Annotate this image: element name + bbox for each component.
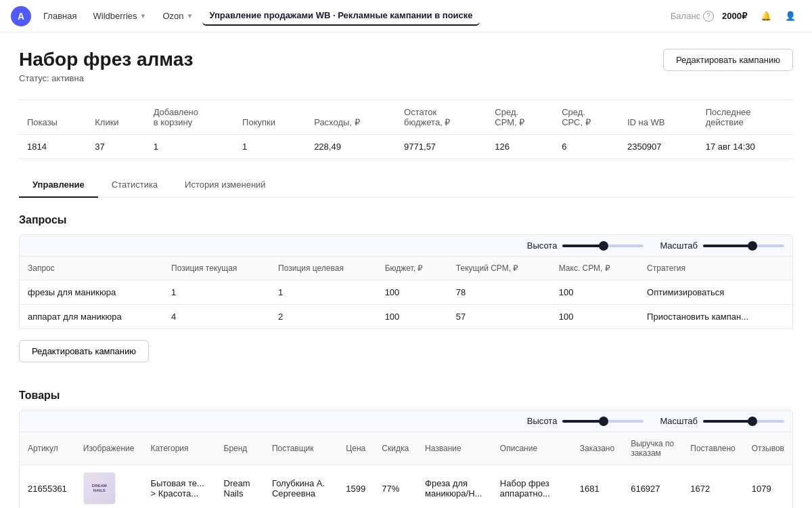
product-article: 21655361 — [20, 465, 75, 509]
tab-bar: Управление Статистика История изменений — [19, 173, 793, 198]
products-scale-slider-group: Масштаб — [660, 416, 784, 426]
query-pos-target: 2 — [270, 305, 377, 329]
val-avg-cpm: 126 — [487, 135, 554, 159]
page-title: Набор фрез алмаз — [19, 49, 193, 70]
pcol-reviews: Отзывов — [744, 432, 793, 465]
notifications-bell-icon[interactable]: 🔔 — [755, 5, 777, 27]
col-id-wb: ID на WB — [619, 100, 698, 135]
col-cart: Добавленов корзину — [145, 100, 234, 135]
tab-management[interactable]: Управление — [19, 173, 98, 198]
product-price: 1599 — [338, 465, 374, 509]
product-name: Фреза для маникюра/Н... — [417, 465, 492, 509]
qcol-strategy: Стратегия — [639, 257, 792, 280]
query-strategy: Приостановить кампан... — [639, 305, 792, 329]
col-purchases: Покупки — [234, 100, 306, 135]
qcol-query: Запрос — [20, 257, 164, 280]
tab-statistics[interactable]: Статистика — [98, 173, 171, 198]
col-avg-cpc: Сред.СРС, ₽ — [554, 100, 619, 135]
product-row: 21655361 DREAM NAILS Бытовая те... > Кра… — [20, 465, 793, 509]
page-status: Статус: активна — [19, 73, 193, 83]
val-avg-cpc: 6 — [554, 135, 619, 159]
nav-home[interactable]: Главная — [37, 7, 83, 25]
stats-table: Показы Клики Добавленов корзину Покупки … — [19, 100, 793, 159]
col-shows: Показы — [19, 100, 87, 135]
products-height-slider-group: Высота — [527, 416, 644, 426]
nav-breadcrumb: Управление продажами WB · Рекламные камп… — [202, 6, 479, 26]
val-id-wb: 2350907 — [619, 135, 698, 159]
val-budget-left: 9771,57 — [396, 135, 487, 159]
main-content: Набор фрез алмаз Статус: активна Редакти… — [0, 33, 812, 508]
balance-display: Баланс ? — [671, 11, 714, 22]
products-header-row: Артикул Изображение Категория Бренд Пост… — [20, 432, 793, 465]
col-expenses: Расходы, ₽ — [306, 100, 396, 135]
nav-wildberries[interactable]: Wildberries ▼ — [86, 7, 153, 25]
query-cpm-max: 100 — [551, 305, 639, 329]
query-pos-current: 1 — [163, 280, 270, 305]
pcol-description: Описание — [492, 432, 572, 465]
user-profile-icon[interactable]: 👤 — [780, 5, 801, 27]
qcol-cpm-current: Текущий СРМ, ₽ — [448, 257, 551, 280]
val-last-action: 17 авг 14:30 — [698, 135, 793, 159]
stats-header-row: Показы Клики Добавленов корзину Покупки … — [19, 100, 793, 135]
queries-table: Запрос Позиция текущая Позиция целевая Б… — [19, 256, 793, 329]
product-description: Набор фрез аппаратно... — [492, 465, 572, 509]
pcol-ordered: Заказано — [572, 432, 623, 465]
val-clicks: 37 — [87, 135, 145, 159]
qcol-cpm-max: Макс. СРМ, ₽ — [551, 257, 639, 280]
nav-ozon[interactable]: Ozon ▼ — [156, 7, 200, 25]
products-section-title: Товары — [19, 389, 793, 402]
query-name: фрезы для маникюра — [20, 280, 164, 305]
products-height-slider[interactable] — [562, 420, 644, 423]
product-thumbnail: DREAM NAILS — [83, 472, 116, 505]
pcol-article: Артикул — [20, 432, 75, 465]
val-shows: 1814 — [19, 135, 87, 159]
question-icon[interactable]: ? — [703, 11, 714, 22]
height-slider[interactable] — [562, 245, 644, 247]
query-cpm-current: 78 — [448, 280, 551, 305]
query-row: аппарат для маникюра 4 2 100 57 100 Прио… — [20, 305, 793, 329]
product-image: DREAM NAILS — [75, 465, 143, 509]
product-brand: Dream Nails — [216, 465, 264, 509]
tab-history[interactable]: История изменений — [171, 173, 279, 198]
edit-campaign-button-top[interactable]: Редактировать кампанию — [663, 49, 793, 71]
pcol-name: Название — [417, 432, 492, 465]
query-cpm-max: 100 — [551, 280, 639, 305]
product-delivered: 1672 — [682, 465, 743, 509]
col-avg-cpm: Сред.СРМ, ₽ — [487, 100, 554, 135]
product-discount: 77% — [374, 465, 417, 509]
val-purchases: 1 — [234, 135, 306, 159]
queries-header-row: Запрос Позиция текущая Позиция целевая Б… — [20, 257, 793, 280]
page-header: Набор фрез алмаз Статус: активна Редакти… — [19, 49, 793, 83]
title-block: Набор фрез алмаз Статус: активна — [19, 49, 193, 83]
qcol-budget: Бюджет, ₽ — [377, 257, 448, 280]
scale-slider[interactable] — [703, 245, 784, 247]
height-slider-group: Высота — [527, 240, 644, 251]
pcol-revenue: Выручка позаказам — [623, 432, 682, 465]
products-scale-slider[interactable] — [703, 420, 784, 423]
col-budget-left: Остатокбюджета, ₽ — [396, 100, 487, 135]
height-label: Высота — [527, 240, 558, 251]
product-revenue: 616927 — [623, 465, 682, 509]
edit-campaign-button-mid[interactable]: Редактировать кампанию — [19, 340, 149, 362]
products-scale-label: Масштаб — [660, 416, 698, 426]
queries-slider-controls: Высота Масштаб — [19, 234, 793, 256]
col-last-action: Последнеедействие — [698, 100, 793, 135]
query-budget: 100 — [377, 280, 448, 305]
logo[interactable]: А — [11, 6, 31, 26]
stats-data-row: 1814 37 1 1 228,49 9771,57 126 6 2350907… — [19, 135, 793, 159]
product-supplier: Голубкина А. Сергеевна — [264, 465, 338, 509]
val-cart: 1 — [145, 135, 234, 159]
scale-label: Масштаб — [660, 240, 698, 251]
queries-section-title: Запросы — [19, 214, 793, 226]
product-ordered: 1681 — [572, 465, 623, 509]
product-reviews: 1079 — [744, 465, 793, 509]
col-clicks: Клики — [87, 100, 145, 135]
products-slider-controls: Высота Масштаб — [19, 410, 793, 431]
query-pos-current: 4 — [163, 305, 270, 329]
products-table: Артикул Изображение Категория Бренд Пост… — [19, 431, 793, 508]
query-pos-target: 1 — [270, 280, 377, 305]
qcol-pos-current: Позиция текущая — [163, 257, 270, 280]
pcol-brand: Бренд — [216, 432, 264, 465]
pcol-supplier: Поставщик — [264, 432, 338, 465]
scale-slider-group: Масштаб — [660, 240, 784, 251]
